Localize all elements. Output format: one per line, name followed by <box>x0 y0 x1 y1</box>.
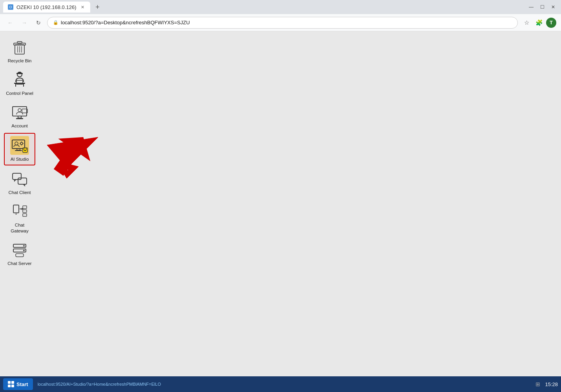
account-label: Account <box>11 123 28 129</box>
svg-point-29 <box>24 148 25 149</box>
taskbar-url: localhost:9520/AI+Studio/?a=Home&ncrefre… <box>35 382 534 387</box>
new-tab-button[interactable]: + <box>92 2 103 13</box>
title-bar: O OZEKI 10 (192.168.0.126) ✕ + — ☐ ✕ <box>0 0 561 14</box>
svg-point-21 <box>20 142 23 145</box>
extensions-button[interactable]: 🧩 <box>534 17 545 28</box>
recycle-bin-label: Recycle Bin <box>8 58 32 64</box>
red-arrow-overlay <box>29 132 108 183</box>
svg-rect-32 <box>13 173 21 180</box>
account-image <box>10 103 29 122</box>
recycle-bin-icon[interactable]: Recycle Bin <box>4 35 35 66</box>
desktop: Recycle Bin <box>0 31 561 376</box>
svg-rect-47 <box>16 254 24 257</box>
svg-rect-42 <box>23 214 27 216</box>
tab-favicon: O <box>8 4 13 10</box>
lock-icon: 🔒 <box>53 20 58 25</box>
bookmark-button[interactable]: ☆ <box>521 17 532 28</box>
svg-rect-36 <box>13 205 19 213</box>
svg-rect-49 <box>54 147 79 176</box>
start-button[interactable]: Start <box>3 378 33 390</box>
svg-rect-41 <box>23 210 27 212</box>
taskbar: Start localhost:9520/AI+Studio/?a=Home&n… <box>0 376 561 392</box>
arrow-annotation <box>31 133 102 180</box>
svg-rect-14 <box>13 107 27 116</box>
svg-rect-13 <box>13 107 27 116</box>
svg-marker-33 <box>14 180 16 182</box>
browser-window: O OZEKI 10 (192.168.0.126) ✕ + — ☐ ✕ ← →… <box>0 0 561 392</box>
url-bar[interactable]: 🔒 localhost:9520/?a=Desktop&ncrefreshBQF… <box>47 17 518 29</box>
browser-tab[interactable]: O OZEKI 10 (192.168.0.126) ✕ <box>3 2 90 13</box>
toolbar-icons: ☆ 🧩 T <box>521 17 556 28</box>
svg-point-46 <box>23 250 25 251</box>
ai-studio-image <box>10 136 29 155</box>
svg-rect-34 <box>18 178 27 184</box>
taskbar-right: ⊞ 15:28 <box>536 381 558 387</box>
svg-rect-40 <box>23 206 27 209</box>
svg-rect-15 <box>18 116 21 118</box>
svg-point-30 <box>26 148 27 149</box>
close-button[interactable]: ✕ <box>548 2 558 12</box>
address-bar: ← → ↻ 🔒 localhost:9520/?a=Desktop&ncrefr… <box>0 14 561 31</box>
tab-title: OZEKI 10 (192.168.0.126) <box>16 4 76 10</box>
svg-rect-26 <box>17 149 20 150</box>
svg-rect-19 <box>12 140 25 149</box>
svg-marker-50 <box>58 132 99 161</box>
profile-button[interactable]: T <box>546 18 556 28</box>
svg-point-37 <box>16 213 17 214</box>
desktop-icons-container: Recycle Bin <box>4 35 35 269</box>
chat-gateway-image <box>10 202 29 221</box>
chat-client-image <box>10 169 29 188</box>
chat-client-label: Chat Client <box>9 190 31 196</box>
minimize-button[interactable]: — <box>526 2 536 12</box>
svg-marker-35 <box>23 184 25 187</box>
refresh-button[interactable]: ↻ <box>33 17 44 28</box>
url-text: localhost:9520/?a=Desktop&ncrefreshBQFWI… <box>61 20 512 25</box>
taskbar-time: 15:28 <box>545 381 558 387</box>
chat-server-label: Chat Server <box>7 261 31 267</box>
maximize-button[interactable]: ☐ <box>537 2 547 12</box>
start-label: Start <box>16 381 28 387</box>
tab-bar: O OZEKI 10 (192.168.0.126) ✕ + <box>3 2 523 13</box>
tab-close-button[interactable]: ✕ <box>79 4 86 10</box>
ai-studio-icon[interactable]: AI Studio <box>4 133 35 165</box>
svg-point-20 <box>15 142 18 145</box>
chat-server-image <box>10 240 29 259</box>
svg-rect-16 <box>16 118 23 119</box>
window-controls: — ☐ ✕ <box>526 2 558 12</box>
chat-gateway-icon[interactable]: Chat Gateway <box>4 200 35 236</box>
svg-point-44 <box>23 245 25 247</box>
start-icon <box>8 381 14 387</box>
recycle-bin-image <box>10 38 29 56</box>
svg-rect-27 <box>15 150 22 151</box>
forward-button[interactable]: → <box>19 17 30 28</box>
chat-gateway-label: Chat Gateway <box>5 222 34 234</box>
svg-rect-2 <box>17 42 22 44</box>
control-panel-image <box>10 70 29 89</box>
chat-server-icon[interactable]: Chat Server <box>4 238 35 269</box>
svg-point-17 <box>18 109 21 112</box>
account-icon[interactable]: Account <box>4 100 35 131</box>
back-button[interactable]: ← <box>5 17 16 28</box>
svg-marker-48 <box>47 137 98 178</box>
chat-client-icon[interactable]: Chat Client <box>4 167 35 198</box>
svg-rect-31 <box>24 150 26 151</box>
ai-studio-label: AI Studio <box>11 156 29 162</box>
svg-rect-9 <box>14 83 25 84</box>
taskbar-grid-icon: ⊞ <box>536 381 540 387</box>
svg-rect-8 <box>18 72 21 73</box>
control-panel-icon[interactable]: Control Panel <box>4 68 35 99</box>
control-panel-label: Control Panel <box>6 91 33 96</box>
